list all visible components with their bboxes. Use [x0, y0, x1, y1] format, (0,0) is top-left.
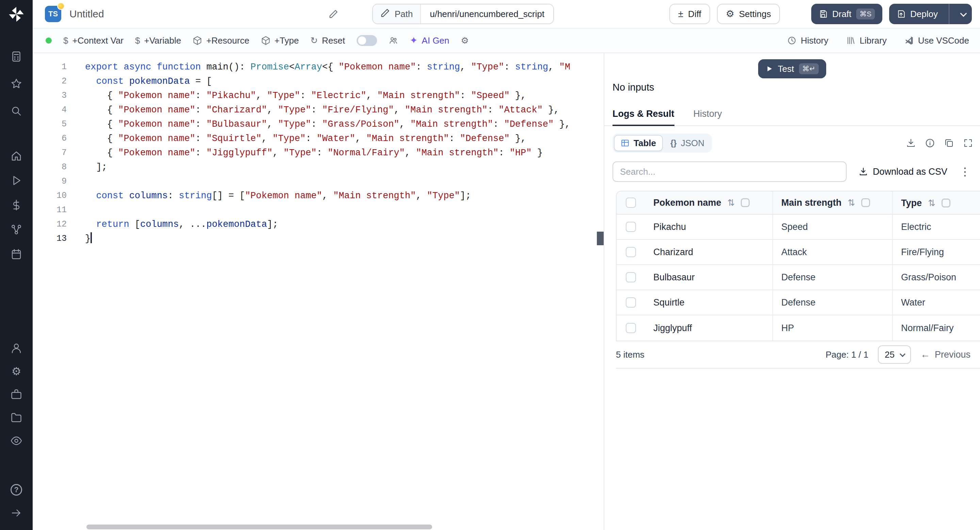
folder-icon[interactable]: [5, 407, 28, 428]
keypad-icon[interactable]: [5, 46, 28, 67]
code-line[interactable]: 6 { "Pokemon name": "Squirtle", "Type": …: [33, 131, 604, 146]
table-row: BulbasaurDefenseGrass/Poison: [617, 265, 980, 290]
code-line[interactable]: 11: [33, 203, 604, 217]
tab-logs-result[interactable]: Logs & Result: [612, 109, 675, 126]
line-number: 9: [33, 174, 67, 189]
ai-gen-button[interactable]: ✦ AI Gen: [410, 35, 449, 46]
sort-icon[interactable]: ⇅: [928, 198, 935, 208]
code-line[interactable]: 8 ];: [33, 160, 604, 174]
tab-history[interactable]: History: [694, 109, 722, 126]
column-checkbox[interactable]: [942, 199, 950, 208]
topbar: TS Untitled Path u/henri/unencumbered_sc…: [33, 0, 980, 29]
page-size-select[interactable]: 25: [878, 345, 911, 364]
code-line[interactable]: 3 { "Pokemon name": "Pikachu", "Type": "…: [33, 89, 604, 103]
help-icon[interactable]: ?: [5, 480, 28, 500]
sort-icon[interactable]: ⇅: [848, 198, 855, 208]
sparkle-icon: ✦: [410, 36, 417, 45]
line-number: 11: [33, 203, 67, 217]
previous-page-button[interactable]: ← Previous: [920, 349, 970, 360]
deploy-dropdown[interactable]: [954, 11, 972, 16]
row-checkbox[interactable]: [626, 272, 636, 283]
collaborators-button[interactable]: [388, 36, 398, 45]
test-button[interactable]: Test ⌘↵: [758, 59, 826, 78]
home-icon[interactable]: [5, 146, 28, 166]
line-number: 12: [33, 217, 67, 231]
select-all-checkbox[interactable]: [626, 198, 636, 208]
add-context-var-button[interactable]: $ +Context Var: [63, 35, 124, 46]
row-checkbox[interactable]: [626, 297, 636, 308]
editor-settings-button[interactable]: ⚙: [461, 36, 469, 45]
code-line[interactable]: 13}: [33, 231, 604, 246]
code-line[interactable]: 4 { "Pokemon name": "Charizard", "Type":…: [33, 103, 604, 117]
add-variable-button[interactable]: $ +Variable: [135, 35, 181, 46]
page-indicator: Page: 1 / 1: [826, 350, 869, 360]
dollar-icon: $: [135, 36, 140, 45]
view-toggle-json[interactable]: {} JSON: [664, 135, 711, 151]
table-cell: HP: [772, 315, 892, 341]
path-value[interactable]: u/henri/unencumbered_script: [421, 5, 553, 24]
settings-button[interactable]: ⚙ Settings: [717, 4, 780, 24]
edit-summary-icon[interactable]: [329, 9, 338, 19]
more-options-icon[interactable]: ⋮: [959, 166, 970, 177]
view-toggle-table[interactable]: Table: [614, 135, 663, 151]
draft-button[interactable]: Draft ⌘S: [811, 4, 882, 24]
copy-icon[interactable]: [944, 138, 954, 148]
table-cell: Squirtle: [645, 290, 772, 315]
info-icon[interactable]: [925, 138, 935, 148]
text-cursor: [91, 232, 92, 243]
code-line[interactable]: 5 { "Pokemon name": "Bulbasaur", "Type":…: [33, 117, 604, 131]
windmill-logo[interactable]: [8, 5, 25, 23]
status-dot: [46, 37, 52, 44]
column-checkbox[interactable]: [861, 198, 870, 207]
nodes-icon[interactable]: [5, 219, 28, 240]
refresh-icon: ↻: [310, 36, 318, 45]
code-line[interactable]: 12 return [columns, ...pokemonData];: [33, 217, 604, 231]
code-line[interactable]: 9: [33, 174, 604, 189]
scrollbar-thumb[interactable]: [86, 525, 432, 529]
path-editor[interactable]: Path u/henri/unencumbered_script: [372, 4, 554, 24]
table-row: PikachuSpeedElectric: [617, 215, 980, 240]
fullscreen-icon[interactable]: [963, 138, 973, 148]
line-number: 5: [33, 117, 67, 131]
result-tabs: Logs & Result History: [605, 109, 980, 126]
search-icon[interactable]: [5, 101, 28, 121]
add-type-button[interactable]: +Type: [261, 35, 299, 46]
sort-icon[interactable]: ⇅: [727, 198, 735, 208]
user-icon[interactable]: [5, 338, 28, 358]
column-header-label: Type: [901, 198, 922, 208]
calendar-icon[interactable]: [5, 244, 28, 264]
row-checkbox[interactable]: [626, 222, 636, 232]
typescript-badge-label: TS: [48, 10, 58, 18]
gear-icon[interactable]: ⚙: [5, 361, 28, 382]
dollar-icon[interactable]: [5, 195, 28, 215]
download-csv-button[interactable]: Download as CSV: [859, 166, 947, 177]
code-editor[interactable]: 1export async function main(): Promise<A…: [33, 53, 605, 530]
multiplayer-toggle[interactable]: [356, 35, 377, 46]
library-button[interactable]: Library: [846, 35, 886, 46]
horizontal-scrollbar[interactable]: [33, 525, 595, 530]
collapse-arrow-icon[interactable]: [5, 503, 28, 523]
table-row: SquirtleDefenseWater: [617, 290, 980, 315]
star-icon[interactable]: [5, 73, 28, 94]
column-checkbox[interactable]: [741, 198, 749, 207]
row-checkbox[interactable]: [626, 323, 636, 333]
add-resource-button[interactable]: +Resource: [192, 35, 249, 46]
briefcase-icon[interactable]: [5, 384, 28, 405]
play-icon[interactable]: [5, 170, 28, 191]
download-icon[interactable]: [906, 138, 916, 148]
row-checkbox[interactable]: [626, 247, 636, 257]
code-line[interactable]: 7 { "Pokemon name": "Jigglypuff", "Type"…: [33, 146, 604, 160]
diff-button[interactable]: ± Diff: [669, 4, 710, 24]
use-vscode-button[interactable]: Use VSCode: [904, 35, 969, 46]
deploy-button[interactable]: Deploy: [889, 4, 972, 24]
code-editor-lines[interactable]: 1export async function main(): Promise<A…: [33, 53, 604, 246]
search-input[interactable]: [612, 161, 846, 182]
code-line[interactable]: 2 const pokemonData = [: [33, 74, 604, 89]
history-button[interactable]: History: [787, 35, 828, 46]
code-line[interactable]: 1export async function main(): Promise<A…: [33, 60, 604, 74]
line-number: 7: [33, 146, 67, 160]
eye-icon[interactable]: [5, 431, 28, 451]
reset-button[interactable]: ↻ Reset: [310, 35, 345, 46]
table-cell: Bulbasaur: [645, 265, 772, 289]
code-line[interactable]: 10 const columns: string[] = ["Pokemon n…: [33, 189, 604, 203]
